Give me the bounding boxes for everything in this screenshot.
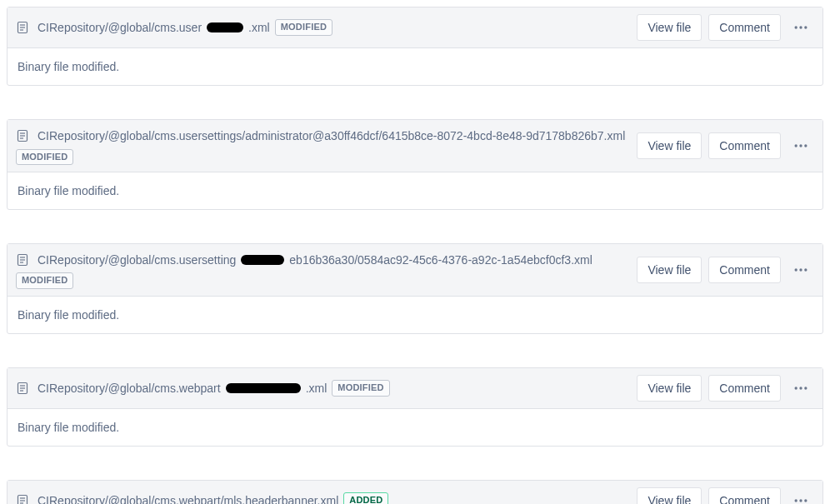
view-file-button[interactable]: View file: [637, 487, 702, 504]
view-file-button[interactable]: View file: [637, 257, 702, 283]
svg-point-4: [795, 26, 798, 28]
diff-body-message: Binary file modified.: [8, 48, 822, 85]
file-path-prefix: CIRepository/@global/cms.usersettings/ad…: [38, 127, 625, 145]
diff-item: CIRepository/@global/cms.usersettings/ad…: [7, 119, 823, 210]
svg-point-12: [799, 144, 802, 147]
file-icon: [16, 253, 29, 267]
header-actions: View fileComment: [637, 14, 814, 41]
svg-point-27: [804, 387, 807, 389]
status-badge-modified: MODIFIED: [332, 380, 389, 396]
file-icon: [16, 129, 29, 142]
diff-body-message: Binary file modified.: [8, 409, 822, 446]
svg-point-20: [804, 268, 807, 271]
diff-item: CIRepository/@global/cms.usersettingeb16…: [7, 243, 823, 334]
file-path-wrap: CIRepository/@global/cms.webpart.xmlMODI…: [16, 379, 630, 397]
svg-point-25: [795, 387, 798, 389]
file-path-suffix: .xml: [248, 18, 270, 37]
diff-item: CIRepository/@global/cms.user.xmlMODIFIE…: [7, 7, 823, 86]
file-path-prefix: CIRepository/@global/cms.webpart: [38, 379, 221, 397]
status-badge-modified: MODIFIED: [16, 149, 73, 165]
status-badge-modified: MODIFIED: [275, 19, 332, 35]
file-path-prefix: CIRepository/@global/cms.usersetting: [38, 251, 236, 269]
header-actions: View fileComment: [637, 257, 814, 283]
comment-button[interactable]: Comment: [708, 375, 781, 402]
diff-item: CIRepository/@global/cms.webpart/mls.hea…: [7, 480, 823, 504]
more-actions-button[interactable]: [788, 487, 814, 504]
redaction-mark: [207, 22, 243, 32]
svg-point-32: [795, 499, 798, 502]
comment-button[interactable]: Comment: [708, 132, 781, 159]
diff-item: CIRepository/@global/cms.webpart.xmlMODI…: [7, 367, 823, 447]
comment-button[interactable]: Comment: [708, 257, 781, 283]
diff-body-message: Binary file modified.: [8, 297, 822, 333]
diff-header: CIRepository/@global/cms.webpart/mls.hea…: [8, 481, 822, 504]
file-path-wrap: CIRepository/@global/cms.user.xmlMODIFIE…: [16, 18, 630, 37]
status-badge-modified: MODIFIED: [16, 272, 73, 288]
file-path-prefix: CIRepository/@global/cms.user: [38, 18, 202, 37]
view-file-button[interactable]: View file: [637, 14, 702, 41]
file-path-wrap: CIRepository/@global/cms.usersettings/ad…: [16, 127, 630, 165]
diff-body-message: Binary file modified.: [8, 172, 822, 209]
svg-point-34: [804, 499, 807, 502]
svg-point-19: [799, 268, 802, 271]
svg-point-13: [804, 144, 807, 147]
view-file-button[interactable]: View file: [637, 375, 702, 402]
svg-point-33: [799, 499, 802, 502]
svg-point-11: [795, 144, 798, 147]
redaction-mark: [241, 255, 284, 265]
diff-header: CIRepository/@global/cms.usersettings/ad…: [8, 120, 822, 172]
view-file-button[interactable]: View file: [637, 132, 702, 159]
redaction-mark: [226, 383, 301, 393]
more-actions-button[interactable]: [788, 14, 814, 41]
svg-point-26: [799, 387, 802, 389]
diff-header: CIRepository/@global/cms.user.xmlMODIFIE…: [8, 7, 822, 48]
header-actions: View fileComment: [637, 132, 814, 159]
status-badge-added: ADDED: [343, 492, 388, 504]
header-actions: View fileComment: [637, 487, 814, 504]
svg-point-18: [795, 268, 798, 271]
comment-button[interactable]: Comment: [708, 487, 781, 504]
more-actions-button[interactable]: [788, 257, 814, 283]
diff-header: CIRepository/@global/cms.usersettingeb16…: [8, 244, 822, 297]
file-path-prefix: CIRepository/@global/cms.webpart/mls.hea…: [38, 492, 338, 504]
file-path-wrap: CIRepository/@global/cms.webpart/mls.hea…: [16, 492, 630, 504]
file-path-wrap: CIRepository/@global/cms.usersettingeb16…: [16, 251, 630, 289]
more-actions-button[interactable]: [788, 375, 814, 402]
file-icon: [16, 494, 29, 504]
diff-header: CIRepository/@global/cms.webpart.xmlMODI…: [8, 368, 822, 409]
file-path-suffix: .xml: [306, 379, 328, 397]
more-actions-button[interactable]: [788, 132, 814, 159]
svg-point-6: [804, 26, 807, 28]
file-path-suffix: eb16b36a30/0584ac92-45c6-4376-a92c-1a54e…: [289, 251, 592, 269]
comment-button[interactable]: Comment: [708, 14, 781, 41]
file-icon: [16, 21, 29, 34]
header-actions: View fileComment: [637, 375, 814, 402]
svg-point-5: [799, 26, 802, 28]
file-icon: [16, 382, 29, 395]
